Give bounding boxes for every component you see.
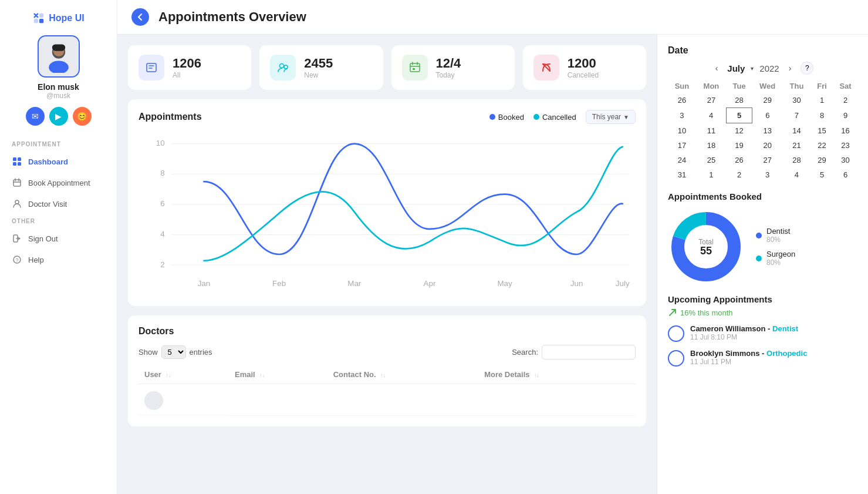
- svg-rect-20: [413, 68, 415, 70]
- calendar-day[interactable]: 11: [696, 123, 727, 139]
- calendar-day[interactable]: 22: [810, 138, 834, 153]
- calendar-day[interactable]: 9: [834, 108, 857, 123]
- calendar-day[interactable]: 2: [834, 93, 857, 108]
- svg-rect-8: [18, 157, 21, 161]
- svg-rect-0: [39, 14, 43, 18]
- upcoming-item-1: Brooklyn Simmons - Orthopedic 11 Jul 11 …: [668, 349, 857, 367]
- calendar-day[interactable]: 24: [668, 153, 696, 167]
- upcoming-specialty-0[interactable]: Dentist: [772, 324, 798, 333]
- calendar-day[interactable]: 27: [752, 153, 783, 167]
- calendar-day[interactable]: 14: [783, 123, 810, 139]
- nav-section-other: OTHER: [0, 214, 117, 228]
- calendar-day[interactable]: 29: [810, 153, 834, 167]
- profile-button[interactable]: 😊: [73, 107, 92, 126]
- calendar-day[interactable]: 23: [834, 138, 857, 153]
- calendar-day[interactable]: 3: [668, 108, 696, 123]
- chart-filter-button[interactable]: This year ▼: [586, 110, 636, 124]
- stat-card-cancelled: 1200 Cancelled: [523, 45, 646, 90]
- user-handle: @musk: [46, 92, 70, 100]
- calendar-day[interactable]: 28: [727, 93, 752, 108]
- calendar-day[interactable]: 6: [752, 108, 783, 123]
- calendar-day[interactable]: 16: [834, 123, 857, 139]
- prev-month-button[interactable]: ‹: [712, 62, 722, 74]
- calendar-day[interactable]: 19: [727, 138, 752, 153]
- calendar-day[interactable]: 5: [727, 108, 752, 123]
- stat-label-all: All: [173, 71, 201, 79]
- upcoming-specialty-1[interactable]: Orthopedic: [766, 349, 807, 358]
- calendar-day[interactable]: 3: [752, 167, 783, 182]
- calendar-day[interactable]: 13: [752, 123, 783, 139]
- stat-value-today: 12/4: [436, 56, 461, 71]
- svg-text:Jan: Jan: [198, 279, 211, 288]
- calendar-day[interactable]: 12: [727, 123, 752, 139]
- sidebar-item-dashboard[interactable]: Dashboard: [0, 151, 117, 172]
- chart-area: 10 8 6 4 2 Jan Feb Mar Apr May Jun July: [139, 131, 636, 295]
- dentist-label: Dentist: [766, 227, 790, 236]
- calendar-day[interactable]: 1: [696, 167, 727, 182]
- book-appointment-icon: [12, 177, 22, 188]
- calendar-day[interactable]: 8: [810, 108, 834, 123]
- calendar-day[interactable]: 10: [668, 123, 696, 139]
- entries-select[interactable]: 5: [161, 345, 186, 359]
- col-contact: Contact No. ↑↓: [327, 365, 479, 384]
- calendar-info-button[interactable]: ?: [801, 62, 813, 75]
- page-title: Appointments Overview: [158, 9, 306, 25]
- svg-text:?: ?: [16, 257, 19, 263]
- calendar-section: Date ‹ July ▾ 2022 › ? Sun Mon Tue: [668, 45, 857, 182]
- calendar-day[interactable]: 6: [834, 167, 857, 182]
- sidebar-item-sign-out[interactable]: Sign Out: [0, 228, 117, 249]
- calendar-day[interactable]: 7: [783, 108, 810, 123]
- calendar-day[interactable]: 21: [783, 138, 810, 153]
- cancelled-dot: [533, 114, 539, 120]
- sort-contact-icon[interactable]: ↑↓: [380, 372, 386, 378]
- upcoming-avatar-1: [668, 350, 684, 367]
- calendar-day[interactable]: 27: [696, 93, 727, 108]
- calendar-day[interactable]: 17: [668, 138, 696, 153]
- cal-day-mon: Mon: [696, 79, 727, 93]
- calendar-day[interactable]: 20: [752, 138, 783, 153]
- search-input[interactable]: [542, 345, 636, 359]
- calendar-day[interactable]: 26: [727, 153, 752, 167]
- app-logo: Hope UI: [32, 12, 84, 25]
- calendar-day[interactable]: 4: [696, 108, 727, 123]
- table-cell-details: [478, 384, 636, 416]
- svg-text:4: 4: [160, 230, 164, 238]
- svg-text:July: July: [616, 279, 630, 288]
- calendar-day[interactable]: 1: [810, 93, 834, 108]
- calendar-day[interactable]: 25: [696, 153, 727, 167]
- calendar-day[interactable]: 31: [668, 167, 696, 182]
- calendar-day[interactable]: 18: [696, 138, 727, 153]
- message-button[interactable]: ✉: [26, 107, 45, 126]
- svg-rect-9: [13, 162, 16, 166]
- calendar-day[interactable]: 30: [834, 153, 857, 167]
- content-area: 1206 All 2455 New: [117, 35, 868, 494]
- calendar-day[interactable]: 29: [752, 93, 783, 108]
- next-month-button[interactable]: ›: [785, 62, 795, 74]
- user-name: Elon musk: [38, 82, 79, 92]
- calendar-day[interactable]: 5: [810, 167, 834, 182]
- svg-text:Apr: Apr: [424, 279, 436, 288]
- sort-email-icon[interactable]: ↑↓: [259, 372, 265, 378]
- sort-user-icon[interactable]: ↑↓: [166, 372, 171, 378]
- surgeon-label: Surgeon: [766, 250, 795, 258]
- svg-rect-6: [52, 44, 65, 51]
- calendar-day[interactable]: 26: [668, 93, 696, 108]
- month-dropdown-icon: ▾: [751, 65, 754, 72]
- chart-title: Appointments: [139, 112, 202, 122]
- calendar-day[interactable]: 15: [810, 123, 834, 139]
- sidebar-item-help[interactable]: ? Help: [0, 249, 117, 270]
- stat-icon-new: [270, 55, 296, 80]
- back-button[interactable]: [131, 8, 149, 26]
- avatar-image: [42, 40, 75, 73]
- calendar-day[interactable]: 2: [727, 167, 752, 182]
- sidebar-item-book-appointment[interactable]: Book Appointment: [0, 172, 117, 193]
- sidebar-item-doctor-visit[interactable]: Doctor Visit: [0, 193, 117, 214]
- dentist-pct: 80%: [766, 236, 790, 244]
- stat-icon-today: [402, 55, 428, 80]
- svg-text:2: 2: [160, 260, 164, 269]
- calendar-day[interactable]: 4: [783, 167, 810, 182]
- sort-details-icon[interactable]: ↑↓: [534, 372, 539, 378]
- notification-button[interactable]: ▶: [49, 107, 68, 126]
- calendar-day[interactable]: 30: [783, 93, 810, 108]
- calendar-day[interactable]: 28: [783, 153, 810, 167]
